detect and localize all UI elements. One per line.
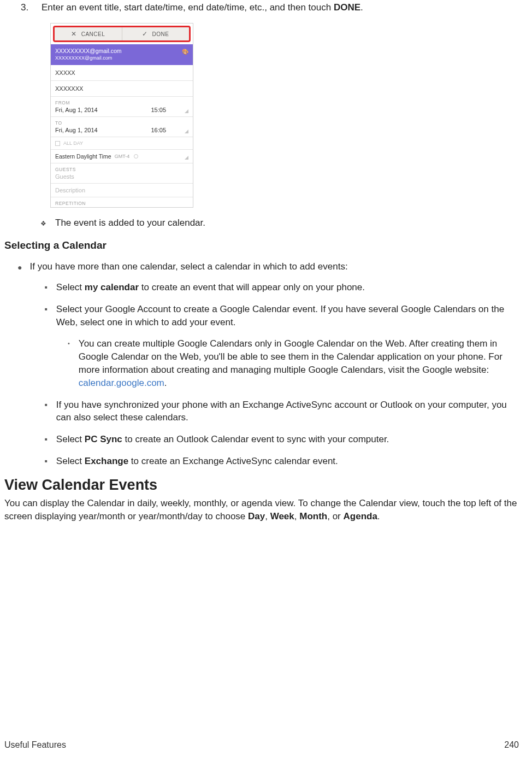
radio-icon (134, 154, 138, 159)
checkbox-icon[interactable] (55, 141, 60, 146)
step-number: 3. (21, 2, 32, 13)
subheading-selecting-calendar: Selecting a Calendar (4, 239, 519, 251)
bullet-icon: ● (17, 261, 22, 272)
square-bullet-icon: ■ (45, 303, 48, 312)
check-icon: ✓ (142, 30, 148, 38)
cancel-button[interactable]: ✕ CANCEL (55, 27, 122, 40)
event-location-field[interactable]: XXXXXXX (51, 81, 193, 97)
from-row[interactable]: FROM Fri, Aug 1, 2014 15:05 (51, 97, 193, 117)
result-text: The event is added to your calendar. (55, 218, 205, 228)
sub-bullet-exchange-sync: ■ If you have synchronized your phone wi… (45, 398, 519, 425)
timezone-name: Eastern Daylight Time (55, 153, 111, 160)
sub-bullet-google-account: ■ Select your Google Account to create a… (45, 303, 519, 329)
guests-row[interactable]: GUESTS Guests (51, 163, 193, 184)
event-title-field[interactable]: XXXXX (51, 65, 193, 81)
step-3: 3. Enter an event title, start date/time… (21, 2, 519, 13)
all-day-label: ALL DAY (63, 140, 83, 146)
step-text: Enter an event title, start date/time, e… (42, 2, 363, 13)
close-icon: ✕ (71, 30, 77, 38)
timezone-row[interactable]: Eastern Daylight Time GMT-4 (51, 150, 193, 163)
sub-bullet-pc-sync: ■ Select PC Sync to create an Outlook Ca… (45, 433, 519, 446)
highlight-box: ✕ CANCEL ✓ DONE (53, 26, 191, 42)
page-number: 240 (504, 740, 519, 750)
intro-bullet: ● If you have more than one calendar, se… (17, 261, 519, 272)
result-note: ❖ The event is added to your calendar. (40, 218, 519, 228)
square-bullet-icon: ■ (45, 281, 48, 290)
from-date[interactable]: Fri, Aug 1, 2014 (55, 107, 151, 113)
repetition-label: REPETITION (55, 201, 188, 206)
account-primary: XXXXXXXXX@gmail.com (55, 48, 188, 54)
small-bullet-icon: • (68, 337, 70, 348)
cancel-label: CANCEL (81, 31, 105, 37)
spinner-corner-icon (185, 109, 188, 113)
done-button[interactable]: ✓ DONE (122, 27, 190, 40)
square-bullet-icon: ■ (45, 455, 48, 464)
phone-screenshot: ✕ CANCEL ✓ DONE XXXXXXXXX@gmail.com XXXX… (50, 23, 193, 208)
sub-sub-bullet-web: • You can create multiple Google Calenda… (68, 337, 519, 389)
account-secondary: XXXXXXXXX@gmail.com (55, 55, 188, 61)
to-row[interactable]: TO Fri, Aug 1, 2014 16:05 (51, 117, 193, 137)
google-account-text: Select your Google Account to create a G… (56, 303, 519, 329)
to-label: TO (55, 120, 188, 126)
sub-bullet-exchange: ■ Select Exchange to create an Exchange … (45, 455, 519, 468)
to-time[interactable]: 16:05 (151, 127, 166, 133)
calendar-google-link[interactable]: calendar.google.com (79, 378, 164, 388)
square-bullet-icon: ■ (45, 398, 48, 408)
description-field[interactable]: Description (51, 184, 193, 197)
spinner-corner-icon (185, 130, 188, 133)
exchange-sync-text: If you have synchronized your phone with… (56, 398, 519, 425)
guests-label: GUESTS (55, 167, 188, 172)
timezone-offset: GMT-4 (115, 154, 130, 159)
all-day-row[interactable]: ALL DAY (51, 137, 193, 150)
page-footer: Useful Features 240 (4, 740, 519, 750)
to-date[interactable]: Fri, Aug 1, 2014 (55, 127, 151, 133)
done-label: DONE (152, 31, 169, 37)
from-label: FROM (55, 100, 188, 105)
guests-placeholder: Guests (55, 173, 188, 180)
intro-text: If you have more than one calendar, sele… (29, 261, 347, 272)
heading-view-calendar-events: View Calendar Events (4, 477, 519, 494)
view-paragraph: You can display the Calendar in daily, w… (4, 497, 519, 523)
repetition-row[interactable]: REPETITION (51, 197, 193, 206)
sub-bullet-my-calendar: ■ Select my calendar to create an event … (45, 281, 519, 294)
palette-icon[interactable]: 🎨 (182, 49, 188, 55)
diamond-bullet-icon: ❖ (40, 218, 46, 227)
account-header[interactable]: XXXXXXXXX@gmail.com XXXXXXXXX@gmail.com … (51, 44, 193, 65)
from-time[interactable]: 15:05 (151, 107, 166, 113)
footer-section: Useful Features (4, 740, 66, 750)
spinner-corner-icon (185, 156, 188, 160)
square-bullet-icon: ■ (45, 433, 48, 442)
